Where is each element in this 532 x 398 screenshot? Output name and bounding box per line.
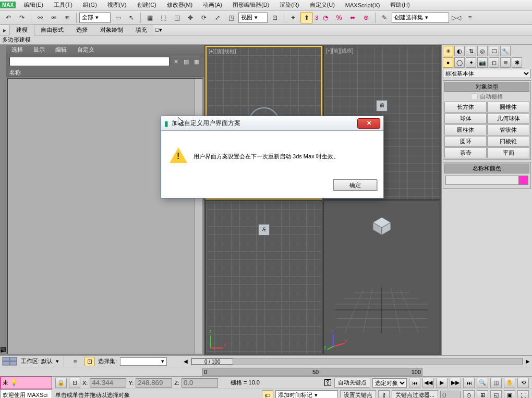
- column-header-name[interactable]: 名称: [6, 68, 204, 77]
- set-key-button[interactable]: 设置关键点: [340, 390, 376, 398]
- name-color-title[interactable]: 名称和颜色: [444, 164, 529, 173]
- hierarchy-tab-icon[interactable]: ⇅: [466, 46, 476, 56]
- spinner-snap-button[interactable]: ⬌: [346, 12, 359, 23]
- menu-views[interactable]: 视图(V): [102, 0, 132, 10]
- nav-pan-icon[interactable]: ✋: [504, 378, 515, 388]
- viewport-top[interactable]: [+][顶][线框] 上: [205, 46, 322, 200]
- cameras-icon[interactable]: 📷: [477, 57, 488, 68]
- tab-selection[interactable]: 选择: [70, 25, 94, 35]
- subshelf-label[interactable]: 多边形建模: [2, 36, 31, 44]
- unlink-button[interactable]: ⚮: [47, 12, 60, 23]
- nav-zoomext-icon[interactable]: ◱: [490, 390, 502, 399]
- workspace-dropdown-icon[interactable]: ▾: [56, 358, 59, 365]
- selection-filter-dropdown[interactable]: 全部▾: [79, 13, 111, 23]
- y-field[interactable]: [136, 378, 172, 388]
- auto-key-button[interactable]: 自动关键点: [334, 378, 370, 388]
- menu-help[interactable]: 帮助(H): [385, 0, 415, 10]
- systems-icon[interactable]: ✱: [512, 57, 522, 68]
- object-color-swatch[interactable]: [445, 176, 528, 185]
- named-selection-dropdown[interactable]: 创建选择集▾: [392, 13, 449, 23]
- shapes-icon[interactable]: ◯: [454, 57, 465, 68]
- prev-frame-icon[interactable]: ◀◀: [422, 378, 434, 388]
- angle-snap-button[interactable]: ◔: [319, 12, 332, 23]
- place-button[interactable]: ◳: [225, 12, 237, 23]
- mirror-button[interactable]: ▷◁: [450, 12, 463, 23]
- viewport-layout-icon[interactable]: [2, 357, 18, 366]
- time-slider-thumb[interactable]: 0 / 100: [191, 358, 233, 365]
- utilities-tab-icon[interactable]: 🔧: [500, 46, 511, 56]
- percent-snap-button[interactable]: %: [333, 12, 345, 23]
- spacewarps-icon[interactable]: ≋: [500, 57, 511, 68]
- tube-button[interactable]: 管状体: [487, 125, 529, 135]
- cone-button[interactable]: 圆锥体: [487, 102, 529, 113]
- viewport-left[interactable]: 左 z x: [205, 201, 322, 354]
- key-icon[interactable]: ⚷: [378, 390, 390, 399]
- pivot-center-button[interactable]: ⊡: [269, 12, 281, 23]
- scene-scrollbar[interactable]: [194, 79, 202, 354]
- scene-tree[interactable]: [7, 78, 203, 354]
- geometry-icon[interactable]: ●: [443, 57, 453, 68]
- tab-objectpaint[interactable]: 对象绘制: [94, 25, 129, 35]
- vp-label-top[interactable]: [+][顶][线框]: [209, 48, 236, 55]
- lp-tab-custom[interactable]: 自定义: [72, 45, 100, 55]
- bind-button[interactable]: ≋: [61, 12, 74, 23]
- selection-set-dropdown[interactable]: ▾: [120, 357, 167, 366]
- lights-icon[interactable]: ✦: [466, 57, 476, 68]
- goto-start-icon[interactable]: ⏮: [409, 378, 420, 388]
- current-frame-field[interactable]: [440, 391, 461, 399]
- key-filter-button[interactable]: 关键点过滤器...: [392, 390, 438, 398]
- menu-maxscript[interactable]: MAXScript(X): [340, 1, 385, 9]
- display-tab-icon[interactable]: 🖵: [489, 46, 499, 56]
- tab-freeform[interactable]: 自由形式: [34, 25, 70, 35]
- helpers-icon[interactable]: ◻: [489, 57, 499, 68]
- filter-settings-icon[interactable]: ▦: [192, 57, 201, 66]
- geosphere-button[interactable]: 几何球体: [487, 113, 529, 124]
- create-tab-icon[interactable]: ✳: [443, 46, 453, 56]
- next-frame-icon[interactable]: ▶▶: [450, 378, 461, 388]
- nav-region-icon[interactable]: ▣: [504, 390, 515, 399]
- select-cursor-button[interactable]: ↖: [125, 12, 138, 23]
- pyramid-button[interactable]: 四棱锥: [487, 136, 529, 147]
- menu-render[interactable]: 渲染(R): [274, 0, 304, 10]
- redo-button[interactable]: ↷: [16, 12, 28, 23]
- viewcube[interactable]: 上: [248, 107, 280, 139]
- time-ruler[interactable]: 0 50 100: [202, 368, 422, 376]
- menu-group[interactable]: 组(G): [78, 0, 102, 10]
- plane-button[interactable]: 平面: [487, 147, 529, 158]
- key-target-dropdown[interactable]: 选定对象: [372, 378, 407, 388]
- select-region-button[interactable]: ◫: [171, 12, 183, 23]
- add-time-marker-dropdown[interactable]: 添加时间标记▾: [275, 390, 338, 399]
- select-name-button[interactable]: ▦: [143, 12, 156, 23]
- lp-tab-select[interactable]: 选择: [6, 45, 28, 55]
- lp-tab-display[interactable]: 显示: [28, 45, 50, 55]
- motion-tab-icon[interactable]: ◎: [477, 46, 488, 56]
- sphere-button[interactable]: 球体: [444, 113, 487, 124]
- slider-play-icon[interactable]: ▸: [1, 347, 6, 352]
- menu-animation[interactable]: 动画(A): [198, 0, 227, 10]
- filter-clear-icon[interactable]: ✕: [172, 57, 180, 66]
- menu-modifiers[interactable]: 修改器(M): [162, 0, 198, 10]
- primitive-type-dropdown[interactable]: 标准基本体: [443, 69, 531, 78]
- teapot-button[interactable]: 茶壶: [444, 147, 487, 158]
- undo-button[interactable]: ↶: [2, 12, 15, 23]
- tab-fill[interactable]: 填充: [129, 25, 153, 35]
- nav-max-icon[interactable]: ⛶: [517, 390, 529, 399]
- move-button[interactable]: ✥: [184, 12, 197, 23]
- select-rect-button[interactable]: ⬚: [157, 12, 170, 23]
- tab-modeling[interactable]: 建模: [9, 24, 34, 35]
- z-field[interactable]: [182, 378, 218, 388]
- menu-tools[interactable]: 工具(T): [49, 0, 78, 10]
- viewport-perspective[interactable]: z x y: [323, 201, 440, 354]
- box-button[interactable]: 长方体: [444, 102, 487, 113]
- timeline-prev-icon[interactable]: ◀: [184, 358, 188, 364]
- snap-toggle-button[interactable]: ⬆: [300, 12, 313, 23]
- time-tag-icon[interactable]: 🏷: [262, 390, 273, 399]
- search-input[interactable]: [9, 57, 170, 66]
- viewcube-persp[interactable]: [372, 216, 392, 236]
- menu-customize[interactable]: 自定义(U): [305, 0, 340, 10]
- viewcube-left[interactable]: 左: [258, 224, 270, 235]
- shelf-minimize-icon[interactable]: ▸: [0, 26, 9, 34]
- link-button[interactable]: ⚯: [34, 12, 46, 23]
- menu-graph-editors[interactable]: 图形编辑器(D): [227, 0, 274, 10]
- menu-edit[interactable]: 编辑(E): [19, 0, 49, 10]
